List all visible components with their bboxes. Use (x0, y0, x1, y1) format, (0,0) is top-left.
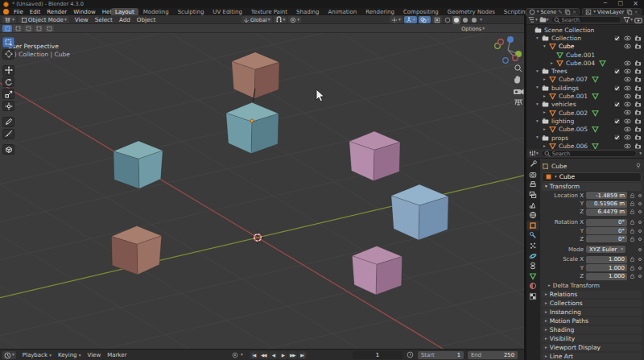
check-toggle-icon[interactable] (613, 35, 621, 42)
section-relations[interactable]: ▸Relations (542, 291, 642, 299)
tool-select-box[interactable] (2, 37, 14, 48)
next-keyframe-button[interactable]: ▶▶ (288, 351, 297, 359)
menu-render[interactable]: Render (43, 9, 70, 15)
tool-transform[interactable] (2, 101, 14, 111)
timeline-menu-playback[interactable]: Playback ▾ (19, 352, 55, 358)
expand-arrow[interactable]: ▾ (536, 102, 542, 107)
proportional-editing-toggle[interactable]: ▾ (288, 16, 301, 23)
transform-orientation-dropdown[interactable]: Global▾ (242, 16, 272, 23)
camera-toggle-icon[interactable] (634, 35, 642, 42)
animate-dot[interactable] (638, 248, 642, 251)
lock-icon[interactable] (630, 192, 636, 199)
timeline-menu-keying[interactable]: Keying ▾ (55, 352, 85, 358)
eye-toggle-icon[interactable] (624, 76, 631, 83)
gizmos-toggle[interactable]: ▾ (404, 16, 417, 23)
animate-dot[interactable] (638, 221, 642, 224)
view-layer-selector[interactable]: ▾ ViewLayer × (582, 8, 642, 15)
jump-to-start-button[interactable]: |◀ (250, 351, 258, 359)
mode-selector[interactable]: Object Mode▾ (19, 16, 69, 23)
outliner-row[interactable]: ▸Cube.006 (526, 142, 644, 149)
properties-search-input[interactable] (552, 151, 634, 157)
auto-keying-toggle[interactable] (230, 351, 239, 359)
properties-tab-tool[interactable] (526, 159, 539, 170)
tool-measure[interactable] (2, 129, 14, 139)
transform-value-field[interactable]: 0° (586, 235, 627, 242)
camera-toggle-icon[interactable] (634, 134, 642, 141)
animate-dot[interactable] (638, 238, 642, 241)
properties-tab-particles[interactable] (526, 241, 539, 251)
outliner-search-input[interactable] (562, 17, 619, 23)
expand-arrow[interactable]: ▸ (543, 94, 549, 99)
properties-tab-output[interactable] (526, 180, 539, 190)
properties-tab-scene[interactable] (526, 200, 539, 210)
check-toggle-icon[interactable] (613, 85, 621, 92)
animate-dot[interactable] (638, 230, 642, 233)
expand-arrow[interactable]: ▾ (536, 119, 542, 124)
eye-toggle-icon[interactable] (624, 60, 631, 67)
outliner-search[interactable] (551, 16, 622, 23)
expand-arrow[interactable]: ▸ (551, 61, 556, 66)
viewport-menu-view[interactable]: View (72, 16, 92, 23)
section-motion-paths[interactable]: ▸Motion Paths (542, 317, 642, 325)
properties-options-dropdown[interactable]: ▾ (639, 151, 642, 156)
camera-toggle-icon[interactable] (634, 85, 642, 92)
overlays-toggle[interactable]: ▾ (419, 16, 431, 23)
pivot-point-dropdown[interactable]: ▾ (390, 16, 402, 23)
eye-toggle-icon[interactable] (624, 43, 631, 50)
camera-toggle-icon[interactable] (634, 68, 642, 75)
camera-toggle-icon[interactable] (634, 143, 642, 149)
play-reverse-button[interactable]: ◀ (269, 351, 278, 359)
check-toggle-icon[interactable] (613, 134, 621, 141)
transform-value-field[interactable]: 1.000 (586, 273, 627, 280)
outliner-row[interactable]: ▸Cube.001 (526, 92, 644, 100)
animate-dot[interactable] (638, 275, 642, 278)
properties-tab-modifiers[interactable] (526, 230, 539, 241)
expand-arrow[interactable]: ▾ (536, 85, 542, 90)
select-mode-extend[interactable] (13, 25, 23, 32)
minimize-button[interactable]: ─ (604, 0, 607, 6)
camera-toggle-icon[interactable] (634, 109, 642, 116)
transform-value-field[interactable]: 6.4479 m (586, 209, 627, 216)
options-button[interactable]: Options▾ (458, 25, 488, 32)
scene-selector[interactable]: ▾ Scene ✎× (526, 8, 580, 15)
eye-toggle-icon[interactable] (624, 101, 631, 108)
outliner-row[interactable]: ▾Cube (526, 43, 644, 51)
camera-toggle-icon[interactable] (634, 126, 642, 133)
animate-dot[interactable] (638, 202, 642, 205)
outliner-row[interactable]: Cube.001 (526, 51, 644, 59)
viewport-canvas[interactable]: User Perspective(1) Collection | Cube (0, 33, 524, 349)
shading-solid[interactable] (452, 16, 460, 24)
camera-toggle-icon[interactable] (634, 76, 642, 83)
preview-range-icon[interactable] (407, 351, 414, 358)
expand-arrow[interactable]: ▾ (536, 69, 542, 74)
outliner-filter-dropdown[interactable]: ▾ (623, 16, 633, 23)
expand-arrow[interactable]: ▾ (536, 135, 542, 140)
transform-value-field[interactable]: 0.51906 m (586, 201, 627, 208)
menu-window[interactable]: Window (70, 9, 99, 15)
eye-toggle-icon[interactable] (624, 35, 631, 42)
lock-icon[interactable] (630, 201, 636, 207)
section-instancing[interactable]: ▸Instancing (542, 308, 642, 317)
camera-toggle-icon[interactable] (634, 93, 642, 100)
timeline-menu-view[interactable]: View (85, 352, 105, 358)
select-mode-subtract[interactable] (23, 25, 33, 32)
expand-arrow[interactable]: ▾ (536, 36, 542, 41)
properties-tab-constraints[interactable] (526, 261, 539, 271)
eye-toggle-icon[interactable] (624, 109, 631, 116)
camera-toggle-icon[interactable] (634, 43, 642, 50)
select-mode-intersect[interactable] (44, 25, 54, 32)
close-button[interactable]: × (633, 0, 638, 7)
outliner-display-mode-dropdown[interactable]: ▾ (528, 16, 538, 23)
tool-scale[interactable] (2, 89, 14, 99)
viewport-menu-add[interactable]: Add (116, 16, 134, 23)
properties-tab-data[interactable] (526, 271, 539, 282)
eye-toggle-icon[interactable] (624, 118, 631, 125)
menu-file[interactable]: File (10, 9, 27, 15)
transform-value-field[interactable]: 0° (586, 227, 627, 234)
tool-rotate[interactable] (2, 77, 14, 87)
prev-keyframe-button[interactable]: ◀◀ (259, 351, 268, 359)
outliner-row[interactable]: ▾Trees (526, 67, 644, 75)
outliner-row[interactable]: ▸Cube.004 (526, 59, 644, 67)
outliner-row[interactable]: Scene Collection (526, 26, 644, 34)
tool-move[interactable] (2, 65, 14, 76)
